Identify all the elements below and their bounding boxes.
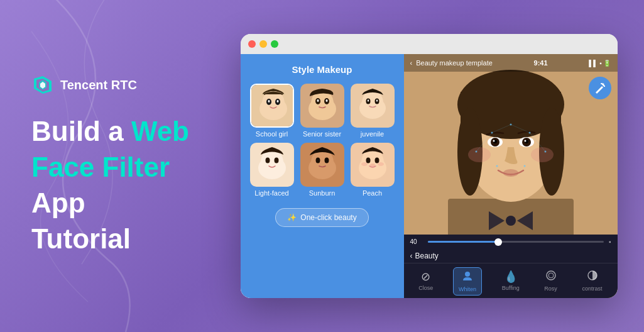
tab-close[interactable]: ⊘ Close — [413, 267, 438, 296]
browser-content: Style Makeup — [241, 54, 618, 298]
makeup-item-juvenile[interactable]: juvenile — [350, 84, 395, 138]
face-thumb-senior-sister — [300, 84, 344, 128]
tab-contrast[interactable]: contrast — [577, 267, 608, 296]
svg-point-22 — [376, 99, 377, 102]
tab-buffing[interactable]: 💧 Buffing — [497, 267, 525, 296]
signal-icons: ▌▌ ▪ 🔋 — [589, 60, 611, 67]
svg-point-38 — [378, 162, 384, 166]
beauty-label-row: ‹ Beauty — [404, 249, 618, 263]
camera-top-left: ‹ Beauty makeup template — [410, 59, 493, 67]
svg-point-40 — [374, 158, 379, 163]
camera-area: ‹ Beauty makeup template 9:41 ▌▌ ▪ 🔋 — [404, 54, 618, 298]
svg-point-35 — [359, 157, 386, 179]
face-thumb-sunburn — [300, 143, 344, 187]
camera-time: 9:41 — [534, 59, 548, 67]
wand-icon: ✨ — [287, 213, 297, 222]
svg-point-27 — [274, 158, 278, 163]
label-school-girl: School girl — [256, 130, 288, 138]
right-panel: Style Makeup — [232, 34, 644, 298]
svg-point-8 — [276, 100, 278, 102]
svg-point-39 — [366, 158, 370, 163]
svg-point-11 — [308, 97, 336, 120]
brand-header: Tencent RTC — [31, 74, 207, 96]
beauty-wand-icon — [594, 82, 606, 94]
makeup-grid: School girl — [249, 84, 395, 197]
slider-fill — [428, 241, 498, 243]
dot-yellow[interactable] — [259, 40, 267, 48]
svg-point-74 — [468, 147, 491, 162]
svg-point-90 — [548, 273, 554, 278]
person-icon — [462, 270, 473, 285]
tab-whiten[interactable]: Whiten — [453, 267, 482, 296]
label-peach: Peach — [363, 189, 382, 197]
svg-point-25 — [258, 157, 286, 179]
page-wrapper: Tencent RTC Build a Web Face Filter App … — [0, 0, 644, 332]
svg-point-89 — [547, 271, 555, 280]
svg-point-83 — [523, 165, 525, 167]
beauty-label: Beauty — [415, 252, 439, 260]
svg-point-88 — [465, 272, 470, 277]
face-thumb-juvenile — [351, 84, 395, 128]
svg-point-32 — [324, 158, 329, 163]
svg-point-41 — [602, 84, 604, 86]
tab-close-label: Close — [418, 285, 433, 291]
makeup-title: Style Makeup — [292, 64, 352, 75]
svg-point-37 — [361, 162, 368, 166]
brand-logo-icon — [31, 74, 54, 96]
makeup-item-school-girl[interactable]: School girl — [249, 84, 295, 138]
headline-line2: Face Filter — [31, 151, 207, 184]
svg-point-68 — [493, 140, 494, 142]
dot-red[interactable] — [248, 40, 256, 48]
tab-buffing-label: Buffing — [502, 285, 520, 291]
tab-rosy[interactable]: Rosy — [539, 267, 562, 296]
svg-point-14 — [317, 99, 319, 102]
svg-point-76 — [506, 216, 516, 226]
slider-track[interactable] — [428, 241, 604, 243]
slider-row: 40 ▪ — [404, 235, 618, 249]
makeup-item-senior-sister[interactable]: Senior sister — [300, 84, 345, 138]
svg-point-30 — [308, 157, 336, 179]
close-circle-icon: ⊘ — [421, 270, 430, 284]
bottom-controls: 40 ▪ ‹ Beauty — [404, 235, 618, 298]
label-light-faced: Light-faced — [254, 189, 288, 197]
svg-point-72 — [524, 140, 526, 142]
drop-icon: 💧 — [504, 270, 518, 284]
svg-point-82 — [496, 165, 498, 167]
back-chevron-icon: ‹ — [410, 252, 413, 260]
one-click-beauty-button[interactable]: ✨ One-click beauty — [275, 208, 368, 227]
label-juvenile: juvenile — [361, 130, 384, 138]
headline: Build a Web Face Filter App Tutorial — [31, 115, 207, 255]
beauty-icon-button[interactable] — [589, 77, 611, 99]
tab-rosy-label: Rosy — [544, 285, 557, 292]
dot-green[interactable] — [271, 40, 278, 48]
browser-titlebar — [241, 34, 618, 54]
back-arrow-icon: ‹ — [410, 59, 413, 67]
headline-line1: Build a Web — [31, 115, 207, 148]
svg-point-75 — [531, 147, 554, 162]
slider-icon: ▪ — [609, 238, 611, 245]
svg-point-73 — [503, 169, 518, 177]
label-sunburn: Sunburn — [309, 189, 336, 197]
browser-window: Style Makeup — [241, 34, 618, 298]
svg-point-4 — [259, 97, 287, 120]
makeup-item-light-faced[interactable]: Light-faced — [249, 143, 295, 197]
tab-whiten-label: Whiten — [459, 286, 476, 292]
headline-line3: App — [31, 187, 207, 220]
face-thumb-peach — [351, 143, 395, 187]
headline-line4: Tutorial — [31, 223, 207, 256]
face-thumb-light-faced — [250, 143, 294, 187]
svg-point-31 — [315, 158, 320, 163]
camera-status-bar: ‹ Beauty makeup template 9:41 ▌▌ ▪ 🔋 — [404, 54, 618, 72]
icon-tabs-row: ⊘ Close Whiten — [404, 263, 618, 298]
svg-point-18 — [359, 97, 386, 119]
slider-value: 40 — [410, 238, 423, 245]
circle-icon — [545, 270, 557, 284]
makeup-item-peach[interactable]: Peach — [350, 143, 395, 197]
svg-point-42 — [604, 86, 605, 87]
left-panel: Tencent RTC Build a Web Face Filter App … — [0, 48, 232, 283]
label-senior-sister: Senior sister — [303, 130, 341, 138]
makeup-item-sunburn[interactable]: Sunburn — [300, 143, 345, 197]
brand-name: Tencent RTC — [60, 78, 137, 92]
woman-portrait — [404, 54, 618, 249]
slider-thumb — [494, 238, 502, 246]
